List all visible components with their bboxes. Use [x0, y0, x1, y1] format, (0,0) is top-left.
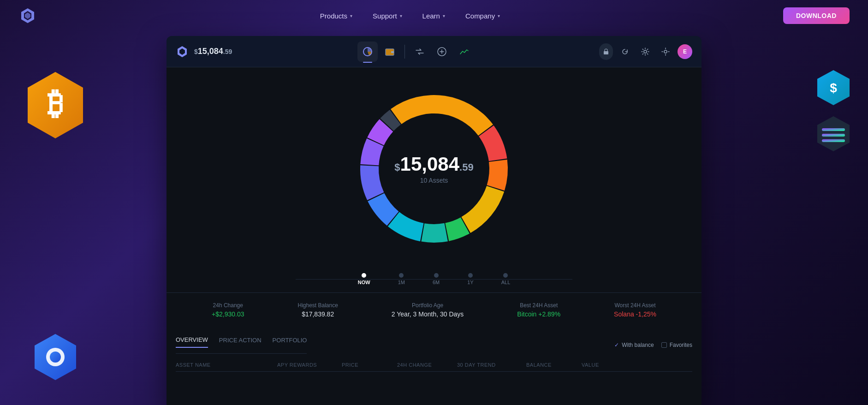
app-logo-icon — [176, 45, 189, 58]
nav-item-company[interactable]: Company ▾ — [457, 8, 508, 24]
timeline: NOW 1M 6M 1Y ALL — [166, 266, 702, 292]
app-header-right: E — [599, 43, 692, 60]
donut-chart: $15,084.59 10 Assets — [346, 81, 522, 256]
stat-portfolio-age: Portfolio Age 2 Year, 3 Month, 30 Days — [392, 302, 464, 318]
portfolio-total: $15,084.59 — [394, 154, 473, 175]
products-chevron-icon: ▾ — [350, 13, 352, 18]
bitcoin-icon: ₿ — [18, 68, 92, 142]
filter-favorites[interactable]: Favorites — [661, 342, 692, 348]
nav-item-products[interactable]: Products ▾ — [312, 8, 361, 24]
col-24h-change[interactable]: 24H CHANGE — [397, 362, 457, 368]
donut-center: $15,084.59 10 Assets — [394, 154, 473, 184]
float-right-icons: $ — [813, 68, 854, 156]
timeline-6m[interactable]: 6M — [433, 273, 440, 285]
check-icon: ✓ — [614, 342, 619, 348]
nav-item-support[interactable]: Support ▾ — [364, 8, 410, 24]
svg-point-22 — [664, 50, 667, 53]
tab-portfolio-table[interactable]: PORTFOLIO — [273, 337, 307, 347]
cardano-icon — [28, 331, 83, 387]
tab-chart[interactable] — [454, 42, 474, 62]
timeline-label-1y: 1Y — [467, 280, 473, 285]
stat-24h-change: 24h Change +$2,930.03 — [212, 302, 244, 318]
learn-chevron-icon: ▾ — [443, 13, 445, 18]
settings2-button[interactable] — [657, 43, 674, 60]
table-filters: ✓ With balance Favorites — [614, 342, 692, 348]
app-nav-tabs — [357, 42, 474, 62]
stat-highest-balance: Highest Balance $17,839.82 — [297, 302, 338, 318]
col-asset-name[interactable]: ASSET NAME — [176, 362, 277, 368]
col-balance[interactable]: BALANCE — [526, 362, 582, 368]
tab-add[interactable] — [432, 42, 452, 62]
tab-wallet[interactable] — [380, 42, 400, 62]
nav-item-learn[interactable]: Learn ▾ — [414, 8, 453, 24]
timeline-label-now: NOW — [358, 280, 370, 285]
timeline-dot-1m — [399, 273, 404, 278]
download-button[interactable]: DOWNLOAD — [783, 7, 850, 24]
svg-rect-20 — [604, 51, 608, 54]
svg-point-7 — [50, 351, 61, 363]
timeline-all[interactable]: ALL — [501, 273, 511, 285]
svg-rect-18 — [391, 51, 394, 53]
table-columns: ASSET NAME APY REWARDS PRICE 24H CHANGE … — [176, 358, 692, 372]
main-content: ₿ $ — [0, 31, 868, 405]
support-chevron-icon: ▾ — [400, 13, 402, 18]
svg-text:$: $ — [830, 81, 837, 95]
tab-overview[interactable]: OVERVIEW — [176, 336, 208, 348]
col-30day-trend[interactable]: 30 DAY TREND — [457, 362, 526, 368]
tab-divider — [404, 45, 405, 59]
timeline-1y[interactable]: 1Y — [467, 273, 473, 285]
svg-rect-12 — [822, 134, 845, 137]
unchecked-icon — [661, 342, 667, 348]
stats-bar: 24h Change +$2,930.03 Highest Balance $1… — [166, 292, 702, 327]
app-balance: $15,084.59 — [194, 47, 232, 56]
history-button[interactable] — [617, 43, 633, 60]
filter-with-balance[interactable]: ✓ With balance — [614, 342, 654, 348]
avatar[interactable]: E — [678, 44, 692, 59]
float-left-icons: ₿ — [18, 68, 92, 144]
company-chevron-icon: ▾ — [498, 13, 500, 18]
stat-worst-asset: Worst 24H Asset Solana -1,25% — [614, 302, 656, 318]
timeline-1m[interactable]: 1M — [398, 273, 405, 285]
solana-icon — [813, 114, 854, 156]
timeline-dot-now — [362, 273, 366, 278]
assets-count: 10 Assets — [394, 177, 473, 184]
col-value[interactable]: VALUE — [582, 362, 637, 368]
svg-point-21 — [644, 50, 647, 53]
timeline-dot-1y — [468, 273, 473, 278]
table-header-row: OVERVIEW PRICE ACTION PORTFOLIO ✓ With b… — [176, 332, 692, 358]
nav-links: Products ▾ Support ▾ Learn ▾ Company ▾ — [312, 8, 508, 24]
app-window: $15,084.59 — [166, 36, 702, 405]
tab-portfolio[interactable] — [357, 42, 378, 62]
timeline-now[interactable]: NOW — [358, 273, 370, 285]
timeline-dot-all — [503, 273, 508, 278]
navbar: Products ▾ Support ▾ Learn ▾ Company ▾ D… — [0, 0, 868, 31]
app-header: $15,084.59 — [166, 36, 702, 67]
settings1-button[interactable] — [637, 43, 654, 60]
timeline-dot-6m — [434, 273, 439, 278]
stat-best-asset: Best 24H Asset Bitcoin +2.89% — [517, 302, 560, 318]
svg-text:₿: ₿ — [48, 86, 63, 121]
col-apy-rewards[interactable]: APY REWARDS — [277, 362, 342, 368]
app-body: $15,084.59 10 Assets NOW 1M — [166, 67, 702, 405]
timeline-label-all: ALL — [501, 280, 511, 285]
defi-icon: $ — [813, 68, 854, 110]
timeline-label-6m: 6M — [433, 280, 440, 285]
app-logo-area: $15,084.59 — [176, 45, 232, 58]
svg-rect-11 — [822, 128, 845, 131]
logo[interactable] — [18, 6, 37, 25]
table-section: OVERVIEW PRICE ACTION PORTFOLIO ✓ With b… — [166, 327, 702, 376]
svg-rect-13 — [822, 139, 845, 142]
tab-price-action[interactable]: PRICE ACTION — [219, 337, 262, 347]
table-tabs: OVERVIEW PRICE ACTION PORTFOLIO — [176, 336, 307, 354]
timeline-label-1m: 1M — [398, 280, 405, 285]
lock-button[interactable] — [599, 43, 613, 60]
col-price[interactable]: PRICE — [342, 362, 397, 368]
tab-swap[interactable] — [410, 42, 430, 62]
chart-section: $15,084.59 10 Assets — [166, 67, 702, 266]
